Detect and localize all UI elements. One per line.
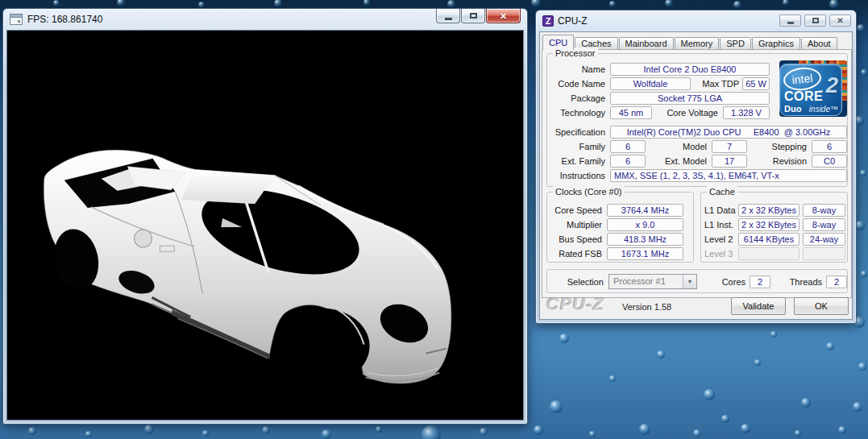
level2-size: 6144 KBytes [738, 233, 799, 246]
bus-speed-label: Bus Speed [547, 233, 602, 246]
cores-value: 2 [750, 275, 770, 288]
intel-badge: intel 2 CORE ™ Duo inside™ [779, 64, 842, 116]
level2-label: Level 2 [704, 233, 737, 246]
max-tdp-value: 65 W [742, 77, 770, 90]
fps-app-icon [10, 14, 23, 25]
version-text: Version 1.58 [622, 302, 671, 312]
close-icon: ✕ [837, 16, 843, 26]
fps-maximize-button[interactable] [461, 9, 485, 23]
fps-titlebar[interactable]: FPS: 168.861740 ✕ [3, 9, 527, 30]
specification-label: Specification [547, 126, 605, 139]
l1-inst-label: L1 Inst. [704, 218, 737, 231]
l1-inst-size: 2 x 32 KBytes [738, 218, 799, 231]
fps-window: FPS: 168.861740 ✕ [2, 8, 528, 425]
duo-wordmark: Duo [784, 104, 801, 114]
intel-core2duo-logo: intel 2 CORE ™ Duo inside™ [779, 60, 847, 117]
cpuz-close-button[interactable]: ✕ [829, 14, 851, 27]
processor-groupbox: Processor Name Intel Core 2 Duo E8400 Co… [546, 53, 848, 187]
cpuz-app-icon: Z [542, 15, 554, 27]
cpuz-footer: CPU-Z Version 1.58 Validate OK [542, 296, 852, 317]
cpu-tab-page: Processor Name Intel Core 2 Duo E8400 Co… [542, 49, 852, 298]
selection-label: Selection [559, 275, 604, 288]
code-name-label: Code Name [547, 77, 605, 90]
desktop-wallpaper: FPS: 168.861740 ✕ [0, 0, 868, 439]
cpuz-titlebar[interactable]: Z CPU-Z ✕ [536, 10, 856, 31]
l1-data-size: 2 x 32 KBytes [738, 204, 799, 217]
code-name-value: Wolfdale [610, 77, 691, 90]
core2-number: 2 [825, 72, 838, 98]
fps-minimize-button[interactable] [436, 9, 460, 23]
fps-title: FPS: 168.861740 [27, 14, 102, 25]
instructions-value: MMX, SSE (1, 2, 3, 3S, 4.1), EM64T, VT-x [610, 169, 847, 182]
cores-label: Cores [718, 275, 745, 288]
clocks-group-title: Clocks (Core #0) [553, 186, 625, 197]
model-value: 7 [712, 140, 747, 153]
tab-cpu[interactable]: CPU [542, 35, 574, 50]
car-3d-render [7, 31, 523, 420]
level3-assoc [803, 247, 845, 260]
intel-brand-oval: intel [783, 66, 823, 93]
processor-selection-dropdown[interactable]: Processor #1 ▼ [608, 274, 697, 289]
rated-fsb-label: Rated FSB [547, 247, 602, 260]
ext-family-label: Ext. Family [547, 155, 605, 168]
ext-model-value: 17 [712, 155, 747, 168]
clocks-groupbox: Clocks (Core #0) Core Speed 3764.4 MHz M… [546, 192, 694, 263]
multiplier-label: Multiplier [547, 218, 602, 231]
fps-render-viewport [6, 30, 524, 420]
package-value: Socket 775 LGA [610, 92, 770, 105]
stepping-label: Stepping [755, 140, 807, 153]
ext-family-value: 6 [610, 155, 646, 168]
tab-about[interactable]: About [801, 37, 837, 50]
trademark-symbol: ™ [818, 89, 823, 94]
fps-close-button[interactable]: ✕ [486, 9, 521, 23]
rated-fsb-value: 1673.1 MHz [607, 247, 683, 260]
revision-value: C0 [812, 155, 847, 168]
threads-value: 2 [826, 275, 847, 288]
selection-groupbox: Selection Processor #1 ▼ Cores 2 Threads… [546, 269, 848, 293]
cache-groupbox: Cache L1 Data 2 x 32 KBytes 8-way L1 Ins… [700, 192, 848, 263]
specification-value: Intel(R) Core(TM)2 Duo CPU E8400 @ 3.00G… [610, 126, 847, 139]
cpuz-minimize-button[interactable] [779, 14, 801, 27]
level3-label: Level 3 [704, 247, 737, 260]
l1-inst-assoc: 8-way [803, 218, 845, 231]
maximize-icon [470, 13, 477, 19]
level2-assoc: 24-way [803, 233, 845, 246]
model-label: Model [650, 140, 707, 153]
cpuz-window: Z CPU-Z ✕ CPU Caches Mainboard Memory SP… [535, 10, 857, 324]
cpu-name-value: Intel Core 2 Duo E8400 [610, 63, 770, 76]
package-label: Package [547, 92, 605, 105]
minimize-icon [445, 18, 452, 20]
name-label: Name [547, 63, 605, 76]
l1-data-label: L1 Data [704, 204, 737, 217]
validate-button[interactable]: Validate [731, 297, 786, 315]
tab-memory[interactable]: Memory [675, 37, 720, 50]
multiplier-value: x 9.0 [607, 218, 683, 231]
inside-wordmark: inside™ [809, 105, 838, 114]
dropdown-arrow-icon: ▼ [683, 275, 696, 288]
cpuz-maximize-button[interactable] [804, 14, 826, 27]
family-value: 6 [610, 140, 646, 153]
cpuz-title: CPU-Z [558, 15, 588, 27]
l1-data-assoc: 8-way [803, 204, 845, 217]
level3-size [738, 247, 799, 260]
stepping-value: 6 [812, 140, 847, 153]
max-tdp-label: Max TDP [694, 77, 739, 90]
tab-spd[interactable]: SPD [720, 37, 751, 50]
revision-label: Revision [755, 155, 807, 168]
core-speed-value: 3764.4 MHz [607, 204, 683, 217]
core-speed-label: Core Speed [547, 204, 602, 217]
core-voltage-label: Core Voltage [644, 106, 718, 119]
technology-label: Technology [547, 106, 605, 119]
cpuz-client-area: CPU Caches Mainboard Memory SPD Graphics… [539, 31, 853, 320]
core-wordmark: CORE [784, 89, 823, 104]
cache-group-title: Cache [707, 186, 737, 197]
selected-processor: Processor #1 [609, 275, 683, 288]
instructions-label: Instructions [547, 169, 605, 182]
ext-model-label: Ext. Model [650, 155, 707, 168]
threads-label: Threads [787, 275, 822, 288]
tab-graphics[interactable]: Graphics [752, 37, 800, 50]
ok-button[interactable]: OK [794, 297, 849, 315]
close-icon: ✕ [500, 10, 507, 23]
tab-mainboard[interactable]: Mainboard [619, 37, 674, 50]
cpuz-logo: CPU-Z [546, 294, 604, 315]
